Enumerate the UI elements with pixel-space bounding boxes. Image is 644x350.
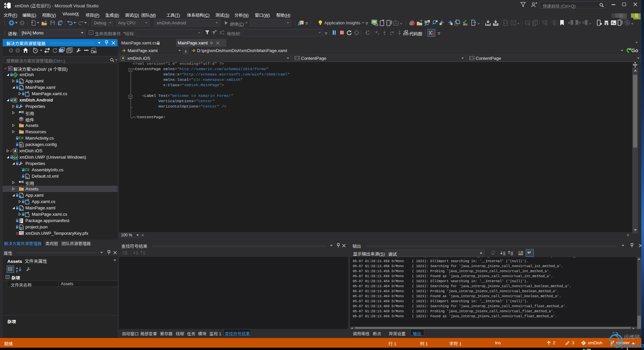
svg-text:abc: abc	[463, 23, 468, 26]
svg-text:C#: C#	[25, 168, 29, 172]
svg-text:C#: C#	[19, 136, 23, 140]
svg-text:Z: Z	[16, 270, 18, 273]
svg-text:IPA: IPA	[394, 23, 398, 25]
svg-text:C#: C#	[14, 156, 17, 159]
svg-text:a: a	[27, 177, 29, 179]
svg-text:?: ?	[551, 21, 552, 24]
